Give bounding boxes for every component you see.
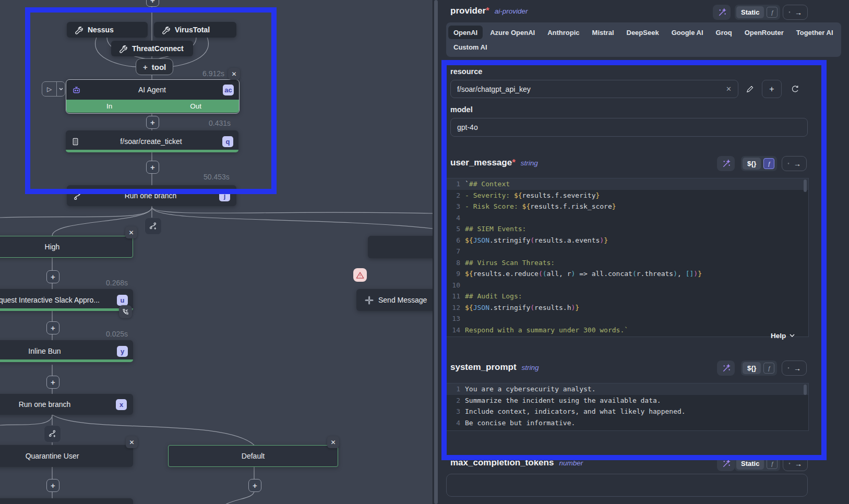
code-token: JSON xyxy=(473,236,489,244)
input-mode-toggle[interactable]: Static ƒ xyxy=(735,5,780,20)
input-mode-toggle[interactable]: Static ƒ xyxy=(735,456,780,471)
code-token: results.f.severity xyxy=(522,191,596,199)
function-mode-icon[interactable]: ƒ xyxy=(767,458,778,469)
field-type: string xyxy=(522,364,539,371)
provider-tab-azure-openai[interactable]: Azure OpenAI xyxy=(485,26,540,39)
editor-scrollbar[interactable] xyxy=(804,385,807,395)
connect-input-button[interactable]: → xyxy=(782,156,807,171)
ai-fill-button[interactable] xyxy=(717,156,735,171)
model-input[interactable]: gpt-4o xyxy=(450,118,808,137)
help-toggle[interactable]: Help xyxy=(771,332,795,340)
clear-icon[interactable]: ✕ xyxy=(726,85,732,93)
add-step-button[interactable]: + xyxy=(146,116,159,129)
node-slack-approval[interactable]: Request Interactive Slack Appro... u xyxy=(0,289,133,311)
model-value: gpt-4o xyxy=(457,123,478,131)
code-token: } xyxy=(575,304,579,311)
node-inline-bun[interactable]: Inline Bun y xyxy=(0,340,133,362)
function-mode-icon[interactable]: ƒ xyxy=(763,363,774,374)
chevron-down-icon[interactable] xyxy=(56,82,65,96)
add-tool-button[interactable]: + tool xyxy=(136,58,173,75)
node-branch-one-j[interactable]: Run one branch j xyxy=(67,185,236,206)
provider-tab-google-ai[interactable]: Google AI xyxy=(666,26,709,39)
code-token: [] xyxy=(686,270,694,278)
node-branch-medium[interactable]: Medium xyxy=(368,236,433,258)
code-token: .stringify xyxy=(489,236,530,244)
node-bottom-clipped[interactable] xyxy=(0,498,133,504)
line-number: 4 xyxy=(447,417,465,429)
agent-out-tab[interactable]: Out xyxy=(153,100,240,113)
user-message-code-editor[interactable]: 1`## Context2- Severity: ${results.f.sev… xyxy=(446,178,809,337)
input-mode-toggle[interactable]: ${} ƒ xyxy=(741,361,777,376)
system-prompt-code-editor[interactable]: 1You are a cybersecurity analyst.2Summar… xyxy=(446,383,809,431)
static-mode-label[interactable]: Static xyxy=(736,458,764,470)
close-icon[interactable]: ✕ xyxy=(125,226,137,238)
close-icon[interactable]: ✕ xyxy=(126,436,138,448)
add-step-button[interactable]: + xyxy=(146,0,159,7)
node-quarantine-user[interactable]: Quarantine User xyxy=(0,445,133,467)
code-token: ## Virus Scan Threats: xyxy=(465,259,555,267)
node-nessus[interactable]: Nessus xyxy=(67,22,148,38)
panel-scrollbar[interactable] xyxy=(434,0,438,504)
template-mode-label[interactable]: ${} xyxy=(743,158,761,170)
duration-ai-agent: 6.912s xyxy=(202,69,224,78)
code-token: ( xyxy=(543,270,547,278)
field-user-message-title: user_message*string xyxy=(450,158,538,168)
close-icon[interactable]: ✕ xyxy=(327,436,339,448)
magic-wand-icon xyxy=(722,459,731,468)
add-branch-button[interactable] xyxy=(44,425,61,442)
close-icon[interactable]: ✕ xyxy=(228,68,240,80)
add-resource-button[interactable]: + xyxy=(762,80,782,98)
function-mode-icon[interactable]: ƒ xyxy=(763,158,774,169)
editor-scrollbar[interactable] xyxy=(804,179,807,192)
connect-input-button[interactable]: → xyxy=(782,361,807,376)
provider-tab-groq[interactable]: Groq xyxy=(711,26,737,39)
refresh-resources-button[interactable] xyxy=(789,83,800,95)
flow-canvas[interactable]: + Nessus VirusTotal ThreatConnect + tool… xyxy=(0,0,433,504)
add-step-button[interactable]: + xyxy=(46,321,59,334)
connect-input-button[interactable]: → xyxy=(783,5,808,20)
provider-tab-together-ai[interactable]: Together AI xyxy=(791,26,839,39)
code-token: } xyxy=(698,270,702,278)
provider-tab-deepseek[interactable]: DeepSeek xyxy=(621,26,664,39)
static-mode-label[interactable]: Static xyxy=(736,6,764,18)
suspend-callback-icon[interactable] xyxy=(119,305,132,318)
node-virustotal[interactable]: VirusTotal xyxy=(154,22,236,38)
template-mode-label[interactable]: ${} xyxy=(743,362,761,374)
node-id-badge: u xyxy=(117,295,128,306)
node-branch-default[interactable]: Default xyxy=(168,445,338,467)
provider-tab-anthropic[interactable]: Anthropic xyxy=(542,26,584,39)
provider-tab-openai[interactable]: OpenAI xyxy=(448,26,483,39)
add-step-button[interactable]: + xyxy=(146,161,159,174)
add-step-button[interactable]: + xyxy=(46,376,59,389)
play-icon[interactable]: ▷ xyxy=(42,82,56,96)
run-node-button[interactable]: ▷ xyxy=(42,81,65,97)
node-send-message[interactable]: Send Message xyxy=(356,289,433,311)
code-line: 13 xyxy=(447,313,808,325)
add-step-button[interactable]: + xyxy=(46,479,59,492)
provider-tab-custom-ai[interactable]: Custom AI xyxy=(448,40,493,54)
edit-resource-button[interactable] xyxy=(744,83,756,95)
function-mode-icon[interactable]: ƒ xyxy=(767,7,778,18)
resource-value: f/soar/chatgpt_api_key xyxy=(457,85,531,93)
node-branch-high[interactable]: High xyxy=(0,236,133,258)
ai-fill-button[interactable] xyxy=(717,456,735,471)
resource-input[interactable]: f/soar/chatgpt_api_key ✕ xyxy=(450,80,738,98)
ai-fill-button[interactable] xyxy=(713,5,731,20)
node-ai-agent[interactable]: AI Agent ac In Out xyxy=(66,79,240,114)
node-title: Run one branch xyxy=(86,191,215,200)
input-mode-toggle[interactable]: ${} ƒ xyxy=(741,156,777,171)
add-branch-button[interactable] xyxy=(145,218,162,235)
code-token: results.e.reduce xyxy=(473,270,539,278)
node-threatconnect[interactable]: ThreatConnect xyxy=(111,41,193,56)
max-tokens-input[interactable] xyxy=(446,474,808,497)
ai-fill-button[interactable] xyxy=(717,361,735,376)
provider-tab-openrouter[interactable]: OpenRouter xyxy=(739,26,789,39)
connect-input-button[interactable]: → xyxy=(783,456,808,471)
agent-in-tab[interactable]: In xyxy=(66,100,153,113)
field-type: ai-provider xyxy=(495,7,528,15)
provider-tab-mistral[interactable]: Mistral xyxy=(587,26,619,39)
node-create-ticket[interactable]: f/soar/create_ticket q xyxy=(66,130,238,152)
node-branch-one-x[interactable]: Run one branch x xyxy=(0,394,133,415)
add-step-button[interactable]: + xyxy=(248,479,261,492)
add-step-button[interactable]: + xyxy=(46,270,59,283)
